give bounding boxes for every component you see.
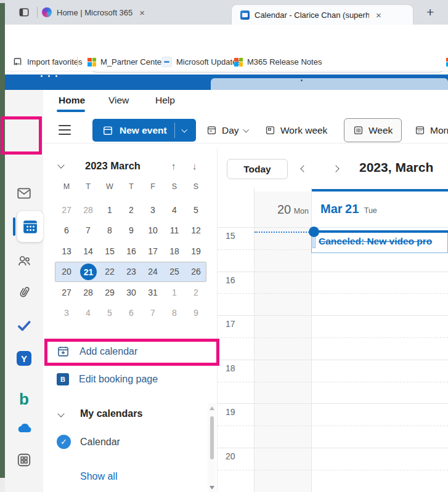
minical-day-cell[interactable]: 24 <box>145 262 161 282</box>
browser-tab-home[interactable]: Home | Microsoft 365 × <box>42 0 147 25</box>
browser-tab-calendar[interactable]: Calendar - Clarice Chan (superhu × <box>232 5 413 25</box>
minical-day-cell[interactable]: 5 <box>188 200 204 220</box>
sidebar-scrollbar[interactable] <box>208 403 216 492</box>
tab-actions-icon[interactable] <box>18 7 30 18</box>
minical-day-cell[interactable]: 7 <box>145 303 161 323</box>
minical-next-arrow-icon[interactable]: ↓ <box>192 161 197 171</box>
event-canceled-video[interactable]: Canceled: New video pro <box>311 233 448 253</box>
view-week-button-selected[interactable]: Week <box>344 118 402 142</box>
event-drag-dot[interactable] <box>309 227 319 237</box>
minical-day-cell[interactable]: 2 <box>188 283 204 303</box>
minical-day-cell[interactable]: 18 <box>166 241 182 262</box>
rail-item-onedrive[interactable] <box>5 417 43 442</box>
chevron-down-icon[interactable] <box>181 126 187 132</box>
bookmark-partner-center[interactable]: M_Partner Center <box>88 52 164 71</box>
minical-day-cell[interactable]: 7 <box>80 220 96 241</box>
rail-item-apps[interactable] <box>5 449 43 474</box>
scrollbar-thumb[interactable] <box>210 416 214 459</box>
minical-day-cell[interactable]: 31 <box>145 283 161 303</box>
minical-day-cell[interactable]: 13 <box>59 241 75 262</box>
minical-day-cell[interactable]: 1 <box>102 200 118 220</box>
minical-day-cell[interactable]: 16 <box>123 241 139 262</box>
minical-day-cell[interactable]: 3 <box>145 200 161 220</box>
import-favorites-icon <box>12 57 23 67</box>
minical-day-cell[interactable]: 9 <box>123 220 139 241</box>
minical-day-cell-selected[interactable]: 21 <box>80 264 97 280</box>
edit-booking-page-link[interactable]: B Edit booking page <box>57 373 158 385</box>
bookmark-m365-release-notes[interactable]: M365 Release Notes <box>234 52 322 71</box>
minical-day-cell[interactable]: 9 <box>188 303 204 323</box>
monday-column-slot[interactable] <box>255 227 311 492</box>
minical-day-cell[interactable]: 12 <box>188 220 204 241</box>
minical-day-cell[interactable]: 27 <box>59 283 75 303</box>
hamburger-menu-icon[interactable] <box>59 125 71 135</box>
event-resize-handle[interactable] <box>312 235 316 248</box>
new-event-button[interactable]: New event <box>92 119 196 142</box>
view-month-button[interactable]: Month <box>415 118 448 142</box>
minical-day-cell[interactable]: 28 <box>80 283 96 303</box>
new-tab-button[interactable]: + <box>426 5 434 20</box>
rail-item-mail[interactable] <box>5 182 43 207</box>
minical-day-cell[interactable]: 6 <box>59 220 75 241</box>
minical-day-cell[interactable]: 5 <box>102 303 118 323</box>
minical-day-cell[interactable]: 30 <box>123 283 139 303</box>
minical-day-cell[interactable]: 10 <box>145 220 161 241</box>
minical-title[interactable]: 2023 March <box>85 160 141 172</box>
search-input[interactable] <box>211 78 448 90</box>
minical-day-cell[interactable]: 8 <box>166 303 182 323</box>
menu-home[interactable]: Home <box>59 95 85 106</box>
minical-day-cell[interactable]: 8 <box>102 220 118 241</box>
minical-day-cell[interactable]: 20 <box>59 262 75 282</box>
minical-day-cell[interactable]: 4 <box>166 200 182 220</box>
scroll-down-icon[interactable] <box>210 486 214 490</box>
app-launcher-icon[interactable] <box>41 75 43 77</box>
calendar-checked-icon[interactable]: ✓ <box>57 435 71 449</box>
desktop-edge-strip <box>0 0 5 492</box>
minical-day-cell[interactable]: 29 <box>102 283 118 303</box>
minical-day-cell[interactable]: 1 <box>166 283 182 303</box>
scroll-up-icon[interactable] <box>210 406 214 410</box>
outlook-calendar-tab-icon <box>240 10 250 20</box>
day-header-tuesday-selected[interactable]: Mar 21 Tue <box>320 202 377 216</box>
view-work-week-button[interactable]: Work week <box>265 118 327 142</box>
bookmark-import-favorites[interactable]: Import favorites <box>12 52 83 71</box>
minical-day-cell[interactable]: 6 <box>123 303 139 323</box>
tuesday-column-slot[interactable] <box>312 227 448 492</box>
rail-item-yammer[interactable]: Y <box>5 346 43 371</box>
minical-day-cell[interactable]: 22 <box>102 262 118 282</box>
minical-day-cell[interactable]: 2 <box>123 200 139 220</box>
work-week-icon <box>265 125 275 135</box>
minical-day-cell[interactable]: 17 <box>145 241 161 262</box>
minical-day-cell[interactable]: 23 <box>123 262 139 282</box>
rail-item-bing[interactable]: b <box>5 387 43 411</box>
rail-item-calendar[interactable] <box>12 211 43 242</box>
close-tab-icon[interactable]: × <box>137 7 147 18</box>
minical-weekday: M <box>59 182 74 191</box>
minical-day-cell[interactable]: 3 <box>59 303 75 323</box>
today-button[interactable]: Today <box>227 159 288 179</box>
rail-item-people[interactable] <box>5 250 43 275</box>
minical-day-cell[interactable]: 28 <box>80 200 96 220</box>
hour-label: 15 <box>226 231 235 241</box>
menu-help[interactable]: Help <box>155 95 175 106</box>
minical-day-cell[interactable]: 19 <box>188 241 204 262</box>
new-event-label: New event <box>120 125 167 136</box>
minical-day-cell[interactable]: 11 <box>166 220 182 241</box>
minical-day-cell[interactable]: 14 <box>80 241 96 262</box>
minical-day-cell[interactable]: 27 <box>59 200 75 220</box>
minical-day-cell[interactable]: 15 <box>102 241 118 262</box>
view-day-button[interactable]: Day <box>206 118 248 142</box>
minical-day-cell[interactable]: 26 <box>188 262 204 282</box>
day-header-monday[interactable]: 20 Mon <box>255 203 309 217</box>
minical-day-cell[interactable]: 25 <box>166 262 182 282</box>
menu-view[interactable]: View <box>108 95 129 106</box>
minical-day-cell[interactable]: 4 <box>80 303 96 323</box>
my-calendars-header[interactable]: My calendars <box>80 408 142 419</box>
rail-item-attachments[interactable] <box>5 281 43 306</box>
show-all-link[interactable]: Show all <box>80 471 117 482</box>
bookmark-microsoft-updates[interactable]: Microsoft Updates <box>161 52 241 71</box>
rail-item-todo[interactable] <box>5 315 43 339</box>
close-tab-icon[interactable]: × <box>374 10 383 20</box>
calendar-list-item[interactable]: Calendar <box>80 437 120 448</box>
minical-prev-arrow-icon[interactable]: ↑ <box>171 161 176 171</box>
